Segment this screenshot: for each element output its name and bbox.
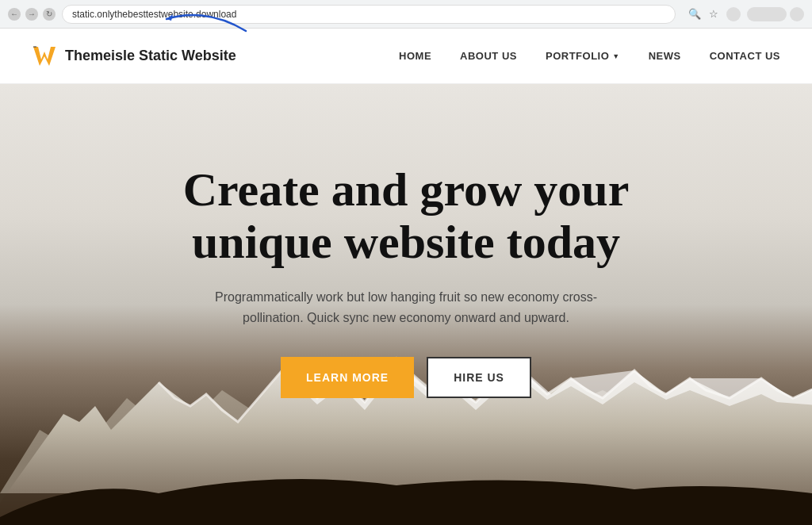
logo-icon	[32, 44, 57, 69]
hire-us-button[interactable]: HIRE US	[427, 357, 531, 398]
address-bar[interactable]: static.onlythebesttestwebsite.download	[62, 5, 676, 24]
site-header: Themeisle Static Website HOME ABOUT US P…	[0, 29, 812, 84]
nav-home[interactable]: HOME	[399, 50, 431, 62]
logo-text: Themeisle Static Website	[65, 48, 236, 64]
portfolio-dropdown-arrow: ▼	[612, 52, 619, 60]
profile-pill	[747, 7, 787, 21]
forward-button[interactable]: →	[25, 8, 38, 21]
hero-buttons: LEARN MORE HIRE US	[160, 357, 652, 398]
learn-more-button[interactable]: LEARN MORE	[281, 357, 414, 398]
browser-chrome: ← → ↻ static.onlythebesttestwebsite.down…	[0, 0, 812, 29]
nav-about[interactable]: ABOUT US	[460, 50, 517, 62]
back-button[interactable]: ←	[8, 8, 21, 21]
site-nav: HOME ABOUT US PORTFOLIO ▼ NEWS CONTACT U…	[399, 50, 780, 62]
profile-dot	[790, 7, 804, 21]
nav-contact[interactable]: CONTACT US	[710, 50, 780, 62]
bookmark-icon[interactable]: ☆	[707, 8, 720, 21]
profile-area	[747, 7, 804, 21]
site-logo[interactable]: Themeisle Static Website	[32, 44, 236, 69]
annotation-arrow	[159, 3, 254, 35]
nav-portfolio[interactable]: PORTFOLIO ▼	[546, 50, 620, 62]
profile-avatar	[726, 7, 741, 21]
nav-news[interactable]: NEWS	[649, 50, 681, 62]
browser-controls: ← → ↻	[8, 8, 56, 21]
refresh-button[interactable]: ↻	[43, 8, 56, 21]
search-icon[interactable]: 🔍	[688, 8, 701, 21]
hero-subtitle: Programmatically work but low hanging fr…	[188, 287, 624, 328]
svg-marker-1	[33, 47, 56, 66]
hero-title: Create and grow your unique website toda…	[160, 163, 652, 268]
browser-icons: 🔍 ☆	[688, 7, 741, 21]
hero-section: Create and grow your unique website toda…	[0, 84, 812, 525]
hero-content: Create and grow your unique website toda…	[128, 163, 684, 397]
